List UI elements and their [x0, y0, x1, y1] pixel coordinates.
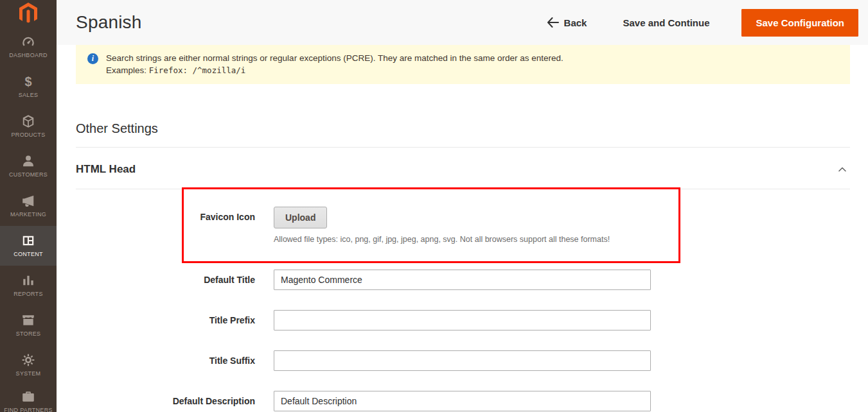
back-arrow-icon — [547, 17, 559, 28]
collapse-section-button[interactable] — [835, 162, 850, 177]
form-row-default-description: Default Description — [76, 391, 850, 411]
stores-icon — [21, 313, 35, 327]
favicon-note: Allowed file types: ico, png, gif, jpg, … — [274, 235, 610, 244]
sidebar-item-products[interactable]: PRODUCTS — [0, 107, 57, 146]
dashboard-icon — [21, 35, 35, 49]
find-partners-icon — [21, 390, 35, 404]
magento-logo[interactable] — [0, 0, 57, 27]
group-header-html-head: HTML Head — [76, 148, 850, 189]
content-icon — [21, 234, 35, 248]
title-prefix-input[interactable] — [274, 310, 651, 330]
sidebar-item-reports[interactable]: REPORTS — [0, 266, 57, 305]
form-row-title-prefix: Title Prefix — [76, 310, 850, 330]
sidebar-item-system[interactable]: SYSTEM — [0, 345, 57, 385]
sidebar-item-label: CONTENT — [13, 251, 43, 258]
customers-icon — [21, 154, 35, 168]
save-and-continue-button[interactable]: Save and Continue — [619, 17, 713, 29]
title-prefix-label: Title Prefix — [76, 310, 274, 330]
default-description-input[interactable] — [274, 391, 651, 411]
info-icon: i — [87, 53, 98, 64]
sidebar-item-label: CUSTOMERS — [9, 171, 48, 178]
upload-button[interactable]: Upload — [274, 207, 327, 228]
form-row-title-suffix: Title Suffix — [76, 350, 850, 371]
info-notice-banner: i Search strings are either normal strin… — [76, 45, 850, 84]
notice-examples-code: Firefox: /^mozilla/i — [149, 65, 246, 75]
settings-content: Other Settings HTML Head Favicon Icon Up… — [57, 121, 868, 411]
sidebar-item-label: PRODUCTS — [12, 132, 46, 139]
group-title-html-head: HTML Head — [76, 163, 136, 176]
products-icon — [21, 114, 35, 128]
title-suffix-input[interactable] — [274, 350, 651, 371]
notice-text: Search strings are either normal strings… — [106, 52, 563, 76]
sidebar-item-customers[interactable]: CUSTOMERS — [0, 146, 57, 186]
notice-examples-label: Examples: — [106, 65, 146, 75]
section-title-other-settings: Other Settings — [76, 121, 850, 148]
notice-line2: Examples: Firefox: /^mozilla/i — [106, 64, 563, 76]
title-suffix-label: Title Suffix — [76, 350, 274, 371]
favicon-label: Favicon Icon — [76, 207, 274, 244]
chevron-up-icon — [836, 163, 849, 176]
favicon-field: Upload Allowed file types: ico, png, gif… — [274, 207, 610, 244]
system-icon — [21, 353, 35, 367]
default-description-label: Default Description — [76, 391, 274, 411]
marketing-icon — [21, 194, 35, 208]
sidebar-item-sales[interactable]: $ SALES — [0, 67, 57, 107]
title-prefix-field — [274, 310, 651, 330]
sidebar-item-label: DASHBOARD — [9, 52, 48, 59]
sidebar-item-dashboard[interactable]: DASHBOARD — [0, 27, 57, 67]
notice-line1: Search strings are either normal strings… — [106, 52, 563, 64]
reports-icon — [21, 273, 35, 288]
page-title: Spanish — [76, 12, 142, 33]
admin-sidebar: DASHBOARD $ SALES PRODUCTS CUSTOMERS MAR… — [0, 0, 57, 412]
save-configuration-button[interactable]: Save Configuration — [741, 9, 858, 37]
form-row-favicon: Favicon Icon Upload Allowed file types: … — [76, 207, 850, 244]
svg-text:$: $ — [24, 74, 31, 89]
magento-logo-icon — [19, 3, 38, 24]
default-title-input[interactable] — [274, 270, 651, 290]
title-suffix-field — [274, 350, 651, 371]
default-description-field — [274, 391, 651, 411]
sidebar-item-content[interactable]: CONTENT — [0, 226, 57, 266]
sidebar-item-label: FIND PARTNERS & EXTENSIONS — [3, 407, 54, 412]
sidebar-item-label: REPORTS — [13, 291, 42, 298]
default-title-label: Default Title — [76, 270, 274, 290]
sidebar-item-stores[interactable]: STORES — [0, 305, 57, 345]
main-area: Spanish Back Save and Continue Save Conf… — [57, 0, 868, 411]
page-header: Spanish Back Save and Continue Save Conf… — [57, 0, 868, 45]
back-button[interactable]: Back — [543, 17, 591, 29]
sidebar-item-label: STORES — [16, 330, 41, 338]
sidebar-item-label: MARKETING — [10, 211, 46, 218]
sidebar-item-label: SALES — [19, 92, 39, 99]
header-actions: Back Save and Continue Save Configuratio… — [543, 9, 858, 37]
sidebar-item-label: SYSTEM — [16, 370, 41, 377]
sidebar-item-marketing[interactable]: MARKETING — [0, 186, 57, 226]
back-button-label: Back — [564, 17, 587, 28]
default-title-field — [274, 270, 651, 290]
form-row-default-title: Default Title — [76, 270, 850, 290]
sidebar-item-find-partners[interactable]: FIND PARTNERS & EXTENSIONS — [0, 385, 57, 412]
sales-icon: $ — [21, 74, 35, 89]
